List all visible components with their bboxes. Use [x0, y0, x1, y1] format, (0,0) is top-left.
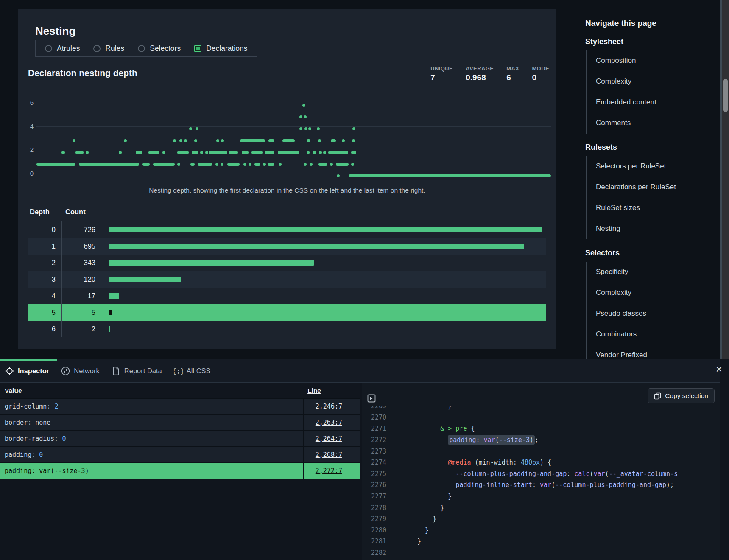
chart-data-segment [307, 139, 310, 142]
sidebar-item-combinators[interactable]: Combinators [587, 324, 712, 345]
code-token [410, 481, 455, 489]
chart-data-segment [249, 163, 251, 166]
code-token [410, 459, 448, 466]
count-cell: 5 [62, 304, 101, 321]
value-table-row[interactable]: padding: 02,268:7 [0, 447, 360, 463]
line-number: 2276 [362, 481, 386, 489]
count-bar [109, 260, 314, 266]
radio-option-selectors[interactable]: Selectors [138, 44, 181, 53]
sidebar-item-pseudo-classes[interactable]: Pseudo classes [587, 303, 712, 324]
sidebar-item-specificity[interactable]: Specificity [587, 262, 712, 283]
code-scroll-area[interactable]: 2269 }22702271 & > pre {2272 padding: va… [362, 406, 720, 560]
value-token: : [31, 467, 39, 475]
copy-selection-button[interactable]: Copy selection [648, 388, 715, 403]
count-bar [109, 293, 119, 299]
code-token: : [567, 470, 574, 478]
chart-data-segment [190, 163, 195, 166]
code-token: --_avatar-column-s [609, 470, 678, 478]
chart-data-segment [184, 139, 187, 142]
document-icon [112, 367, 120, 375]
chart-data-segment [119, 151, 122, 154]
page-scrollbar-thumb[interactable] [723, 79, 728, 112]
value-token: : [47, 403, 54, 410]
chart-data-segment [36, 163, 75, 166]
radio-icon [93, 45, 101, 52]
code-token: : [532, 481, 540, 489]
panel-toggle-button[interactable] [366, 393, 377, 403]
code-token [410, 470, 455, 478]
chart-data-segment [268, 139, 274, 142]
line-number: 2281 [362, 538, 386, 545]
table-row[interactable]: 0726 [28, 221, 546, 238]
code-text: padding-inline-start: var(--column-plus-… [410, 481, 674, 489]
line-number: 2270 [362, 414, 386, 421]
code-token: var [540, 481, 551, 489]
depth-cell: 1 [28, 238, 62, 255]
value-table-row[interactable]: border-radius: 02,264:7 [0, 431, 360, 447]
line-link[interactable]: 2,246:7 [316, 403, 342, 410]
sidebar-item-composition[interactable]: Composition [587, 50, 712, 71]
chart-data-segment [330, 163, 333, 166]
tab-inspector[interactable]: Inspector [5, 367, 49, 375]
chart-data-segment [194, 139, 197, 142]
radio-icon [138, 45, 145, 52]
table-row[interactable]: 2343 [28, 255, 546, 271]
code-text: } [410, 538, 421, 545]
close-icon[interactable]: × [716, 364, 722, 375]
tab-network[interactable]: Network [61, 367, 100, 375]
chart-data-segment [304, 163, 307, 166]
radio-option-atrules[interactable]: Atrules [45, 44, 80, 53]
stat-label: MAX [506, 65, 519, 72]
bar-cell [101, 293, 546, 299]
chart-data-segment [86, 151, 89, 154]
tab-all-css[interactable]: {;}All CSS [174, 367, 211, 375]
table-row[interactable]: 62 [28, 321, 546, 337]
tab-label: Report Data [124, 367, 162, 375]
line-link[interactable]: 2,263:7 [316, 419, 342, 426]
value-table-row[interactable]: padding: var(--size-3)2,272:7 [0, 463, 360, 479]
code-line: 2274 @media (min-width: 480px) { [362, 457, 720, 468]
table-row[interactable]: 3120 [28, 271, 546, 288]
value-table-row[interactable]: grid-column: 22,246:7 [0, 399, 360, 415]
line-link[interactable]: 2,272:7 [316, 467, 342, 475]
radio-label: Rules [105, 44, 124, 53]
value-table-row[interactable]: border: none2,263:7 [0, 415, 360, 431]
code-token: var [594, 470, 605, 478]
copy-selection-label: Copy selection [665, 392, 708, 400]
code-token: padding [449, 436, 476, 444]
depth-count-table: Depth Count 07261695234331204175562 [28, 208, 546, 337]
table-row[interactable]: 417 [28, 288, 546, 304]
code-token: --column-plus-padding-and-gap [555, 481, 666, 489]
value-token: border-radius [5, 435, 54, 442]
count-cell: 2 [62, 321, 101, 337]
count-cell: 17 [62, 288, 101, 304]
line-link[interactable]: 2,264:7 [316, 435, 342, 442]
table-row[interactable]: 55 [28, 304, 546, 321]
sidebar-item-complexity[interactable]: Complexity [587, 283, 712, 303]
count-bar [109, 310, 112, 315]
bar-cell [101, 227, 546, 232]
sidebar-item-ruleset-sizes[interactable]: RuleSet sizes [587, 198, 712, 218]
code-text: } [410, 406, 452, 410]
code-token [410, 436, 448, 444]
code-token: } [410, 493, 452, 500]
code-token: } [410, 406, 452, 410]
line-column-header[interactable]: Line [303, 387, 360, 395]
count-cell: 120 [62, 271, 101, 288]
radio-icon [194, 45, 201, 52]
chart-data-segment [196, 127, 198, 130]
sidebar-item-embedded-content[interactable]: Embedded content [587, 92, 712, 113]
radio-option-rules[interactable]: Rules [93, 44, 124, 53]
sidebar-item-nesting[interactable]: Nesting [587, 218, 712, 239]
depth-cell: 3 [28, 271, 62, 288]
sidebar-item-comments[interactable]: Comments [587, 113, 712, 134]
code-text: } [410, 515, 436, 523]
table-row[interactable]: 1695 [28, 238, 546, 255]
sidebar-item-declarations-per-ruleset[interactable]: Declarations per RuleSet [587, 177, 712, 198]
tab-report-data[interactable]: Report Data [112, 367, 162, 375]
line-link[interactable]: 2,268:7 [316, 451, 342, 459]
sidebar-item-complexity[interactable]: Complexity [587, 71, 712, 92]
radio-option-declarations[interactable]: Declarations [194, 44, 247, 53]
sidebar-item-selectors-per-ruleset[interactable]: Selectors per RuleSet [587, 156, 712, 177]
chart-data-segment [173, 139, 176, 142]
